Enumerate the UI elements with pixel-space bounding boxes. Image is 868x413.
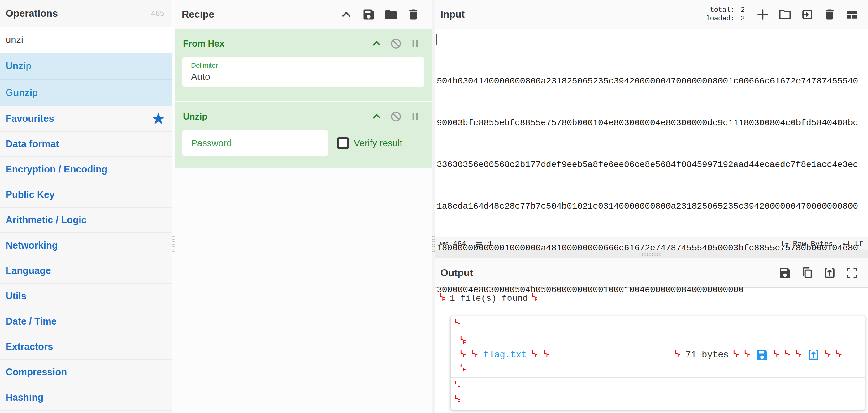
lf-control-char-icon — [543, 349, 550, 360]
recipe-title: Recipe — [182, 9, 340, 20]
lf-control-char-icon — [836, 349, 843, 360]
lf-control-char-icon — [784, 349, 791, 360]
category-networking[interactable]: Networking — [0, 233, 173, 259]
search-row — [0, 27, 173, 53]
input-line: 504b0304140000000800a231825065235c394200… — [437, 74, 868, 88]
lf-control-char-icon — [460, 336, 467, 347]
category-list: Favourites Data format Encryption / Enco… — [0, 106, 173, 411]
total-label: total: — [706, 6, 734, 14]
lf-control-char-icon — [796, 349, 802, 360]
clear-input-icon[interactable] — [823, 8, 836, 21]
collapse-recipe-icon[interactable] — [340, 8, 353, 21]
file-size: 71 bytes — [686, 350, 729, 360]
lf-control-char-icon — [455, 395, 461, 406]
text-caret — [436, 34, 437, 45]
category-favourites[interactable]: Favourites — [0, 106, 173, 132]
lf-control-char-icon — [460, 363, 467, 374]
breakpoint-icon[interactable] — [409, 37, 421, 50]
add-input-icon[interactable] — [756, 8, 770, 21]
lf-control-char-icon — [825, 349, 832, 360]
operations-title: Operations — [6, 8, 58, 19]
password-field[interactable] — [182, 130, 328, 156]
operation-item-gunzip[interactable]: Gunzip — [0, 80, 173, 106]
input-title: Input — [440, 9, 706, 20]
delimiter-select[interactable]: Delimiter Auto — [182, 57, 425, 87]
splitter-grip — [642, 253, 662, 256]
breakpoint-icon[interactable] — [409, 110, 421, 123]
recipe-header: Recipe — [175, 0, 432, 29]
input-line: 90003bfc8855ebfc8855e75780b000104e803000… — [437, 116, 868, 130]
category-compression[interactable]: Compression — [0, 360, 173, 385]
lf-control-char-icon — [460, 349, 467, 360]
category-public-key[interactable]: Public Key — [0, 182, 173, 208]
splitter-grip — [432, 236, 435, 252]
loaded-label: loaded: — [706, 15, 734, 23]
favourites-star-icon[interactable] — [152, 111, 165, 126]
input-output-splitter[interactable] — [435, 250, 868, 259]
file-name-link[interactable]: flag.txt — [484, 350, 527, 360]
disable-operation-icon[interactable] — [390, 110, 402, 123]
category-hashing[interactable]: Hashing — [0, 385, 173, 411]
input-line: 33630356e00568c2b177ddef9eeb5a8fe6ee06ce… — [437, 158, 868, 172]
category-encryption-encoding[interactable]: Encryption / Encoding — [0, 157, 173, 182]
category-extractors[interactable]: Extractors — [0, 335, 173, 360]
clear-recipe-icon[interactable] — [406, 8, 420, 21]
input-line: 1a8eda164d48c28c77b7c504b01021e031400000… — [437, 199, 868, 213]
total-value: 2 — [741, 6, 745, 14]
category-language[interactable]: Language — [0, 259, 173, 284]
lf-control-char-icon — [773, 349, 780, 360]
operation-title: From Hex — [183, 39, 371, 49]
open-folder-icon[interactable] — [778, 8, 792, 21]
delimiter-value: Auto — [191, 71, 425, 82]
extracted-file-card: flag.txt 71 bytes — [451, 316, 865, 410]
input-line: 3000004e8030000504b050600000000010001004… — [437, 283, 868, 297]
lf-control-char-icon — [531, 293, 538, 304]
lf-control-char-icon — [472, 349, 478, 360]
hide-args-icon[interactable] — [371, 110, 383, 123]
download-file-icon[interactable] — [755, 348, 769, 362]
lf-control-char-icon — [733, 349, 740, 360]
operations-recipe-splitter[interactable] — [173, 0, 175, 413]
hide-args-icon[interactable] — [371, 37, 383, 50]
recipe-panel: Recipe From Hex Delimiter Auto — [175, 0, 432, 413]
io-column: Input total: 2 loaded: 2 504b03041400000… — [435, 0, 868, 413]
input-textarea[interactable]: 504b0304140000000800a231825065235c394200… — [435, 29, 868, 237]
disable-operation-icon[interactable] — [390, 37, 402, 50]
lf-control-char-icon — [744, 349, 751, 360]
category-utils[interactable]: Utils — [0, 284, 173, 309]
file-row: flag.txt 71 bytes — [460, 348, 843, 362]
load-recipe-icon[interactable] — [384, 8, 398, 21]
save-recipe-icon[interactable] — [362, 8, 375, 21]
extract-file-icon[interactable] — [807, 348, 820, 362]
recipe-operation-unzip[interactable]: Unzip Verify result — [175, 102, 432, 169]
operation-item-unzip[interactable]: Unzip — [0, 53, 173, 80]
category-arithmetic-logic[interactable]: Arithmetic / Logic — [0, 208, 173, 233]
lf-control-char-icon — [455, 318, 461, 330]
input-tab-layout-icon[interactable] — [845, 8, 859, 21]
input-header: Input total: 2 loaded: 2 — [435, 0, 868, 29]
lf-control-char-icon — [675, 349, 681, 360]
loaded-value: 2 — [741, 15, 745, 23]
search-input[interactable] — [6, 34, 167, 45]
category-date-time[interactable]: Date / Time — [0, 309, 173, 335]
cyberchef-app: Operations 465 Unzip Gunzip Favourites D… — [0, 0, 868, 413]
category-data-format[interactable]: Data format — [0, 132, 173, 157]
delimiter-label: Delimiter — [191, 62, 425, 70]
lf-control-char-icon — [455, 380, 461, 391]
recipe-operation-from-hex[interactable]: From Hex Delimiter Auto — [175, 29, 432, 101]
verify-result-checkbox[interactable] — [337, 137, 349, 149]
recipe-io-splitter[interactable] — [432, 0, 435, 413]
open-file-icon[interactable] — [801, 8, 814, 21]
operation-title: Unzip — [183, 112, 371, 122]
search-results: Unzip Gunzip — [0, 53, 173, 106]
input-stats: total: 2 loaded: 2 — [706, 6, 745, 23]
verify-result-label: Verify result — [354, 138, 402, 148]
lf-control-char-icon — [531, 349, 538, 360]
operations-header: Operations 465 — [0, 0, 173, 27]
lf-control-char-icon — [439, 293, 446, 304]
operations-count: 465 — [151, 9, 164, 18]
operations-panel: Operations 465 Unzip Gunzip Favourites D… — [0, 0, 173, 413]
